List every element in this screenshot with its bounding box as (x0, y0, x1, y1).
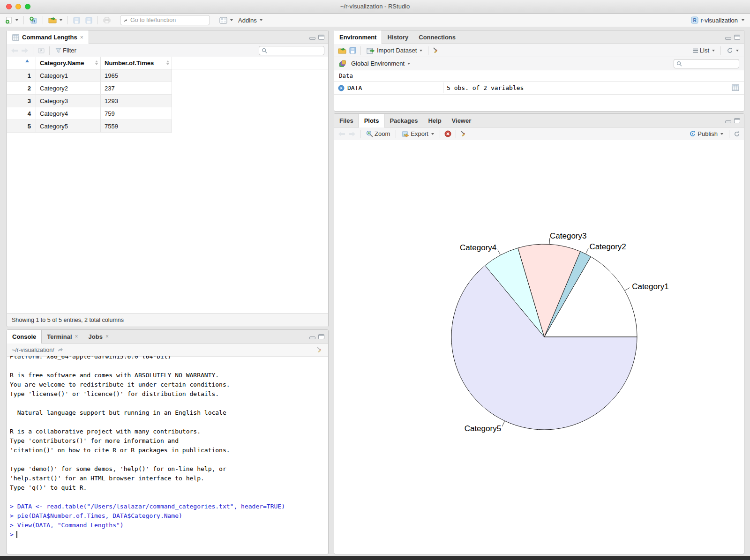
environment-search-input[interactable] (684, 60, 736, 67)
console-output[interactable]: Platform: x86_64-apple-darwin15.6.0 (64-… (7, 356, 328, 553)
tab-label: Viewer (452, 117, 472, 124)
environment-scope-selector[interactable]: Global Environment (350, 59, 412, 68)
tab-files[interactable]: Files (334, 114, 359, 127)
tab-label: Console (12, 333, 36, 340)
tab-jobs[interactable]: Jobs × (83, 330, 114, 343)
toolbar-separator (23, 16, 24, 24)
new-document-icon (5, 16, 13, 24)
publish-button[interactable]: Publish (688, 129, 725, 138)
column-header-number-of-times[interactable]: Number.of.Times (101, 57, 172, 69)
project-selector[interactable]: R r-visualization (691, 16, 746, 24)
clear-environment-broom-icon[interactable] (433, 47, 440, 54)
print-button[interactable] (102, 16, 112, 24)
next-plot-icon[interactable] (348, 131, 356, 137)
filter-button[interactable]: Filter (54, 46, 78, 55)
environment-search-box[interactable] (674, 59, 739, 68)
list-view-button[interactable]: List (691, 46, 716, 55)
forward-icon[interactable] (21, 48, 29, 53)
refresh-plot-icon[interactable] (734, 131, 740, 137)
popout-window-icon[interactable] (38, 47, 45, 53)
export-label: Export (411, 130, 428, 137)
minimize-pane-icon[interactable] (309, 336, 315, 339)
maximize-pane-icon[interactable] (734, 35, 740, 40)
save-button[interactable] (72, 16, 82, 25)
tab-help[interactable]: Help (423, 114, 446, 127)
previous-plot-icon[interactable] (338, 131, 345, 137)
goto-file-box[interactable] (120, 15, 210, 25)
data-table-icon (12, 34, 19, 41)
environment-pane: Environment History Connections Import D… (334, 30, 744, 112)
sort-icon (95, 60, 98, 65)
pie-slice-label: Category5 (465, 424, 501, 433)
new-project-button[interactable]: R (28, 15, 39, 25)
table-row: 2Category2237 (7, 82, 172, 95)
viewer-search-input[interactable] (269, 47, 322, 54)
filter-label: Filter (63, 47, 76, 54)
save-all-button[interactable] (84, 16, 94, 25)
remove-plot-icon[interactable] (444, 130, 451, 137)
close-icon[interactable]: × (105, 333, 109, 340)
console-output-line: Platform: x86_64-apple-darwin15.6.0 (64-… (10, 356, 326, 361)
open-file-button[interactable] (47, 16, 64, 24)
toolbar-separator (396, 130, 396, 138)
environment-object-row[interactable]: DATA 5 obs. of 2 variables (334, 82, 744, 95)
toolbar-separator (68, 16, 68, 24)
table-cell: Category5 (36, 120, 101, 132)
row-number-header[interactable] (7, 57, 36, 69)
pane-layout-button[interactable] (218, 16, 234, 25)
tab-history[interactable]: History (382, 30, 413, 44)
publish-icon (689, 130, 696, 137)
r-project-icon: R (691, 16, 698, 24)
console-prompt-line: > (10, 530, 326, 539)
minimize-pane-icon[interactable] (309, 37, 315, 40)
table-row: 5Category57559 (7, 120, 172, 133)
maximize-pane-icon[interactable] (318, 334, 324, 339)
clear-plots-broom-icon[interactable] (460, 130, 467, 137)
new-file-button[interactable] (4, 15, 20, 25)
import-dataset-button[interactable]: Import Dataset (365, 46, 424, 55)
refresh-environment-button[interactable] (725, 46, 740, 55)
maximize-pane-icon[interactable] (734, 118, 740, 123)
minimize-pane-icon[interactable] (725, 37, 731, 40)
plot-canvas: Category1Category2Category3Category4Cate… (334, 140, 744, 553)
minimize-pane-icon[interactable] (725, 120, 731, 123)
addins-button[interactable]: Addins (237, 16, 264, 25)
console-output-line: Type 'contributors()' for more informati… (10, 436, 326, 446)
viewer-search-box[interactable] (259, 46, 324, 55)
data-viewer-pane: Command Lengths × Filter (7, 30, 329, 327)
tab-terminal[interactable]: Terminal × (42, 330, 83, 343)
column-header-category-name[interactable]: Category.Name (36, 57, 101, 69)
zoom-plot-button[interactable]: Zoom (365, 129, 391, 138)
clear-console-broom-icon[interactable] (316, 346, 323, 353)
environment-section-header: Data (334, 70, 744, 82)
scope-label: Global Environment (351, 60, 405, 67)
publish-label: Publish (698, 130, 718, 137)
tab-plots[interactable]: Plots (359, 114, 385, 127)
plots-tabstrip: Files Plots Packages Help Viewer (334, 114, 744, 127)
export-plot-button[interactable]: Export (400, 129, 435, 138)
load-workspace-icon[interactable] (338, 47, 346, 54)
tab-connections[interactable]: Connections (413, 30, 461, 44)
svg-text:R: R (693, 18, 697, 23)
toolbar-separator (428, 46, 428, 55)
goto-directory-icon[interactable] (57, 347, 63, 352)
environment-toolbar: Import Dataset List (334, 44, 744, 57)
maximize-pane-icon[interactable] (318, 35, 324, 40)
save-workspace-icon[interactable] (349, 47, 356, 54)
console-path-bar: ~/r-visualization/ (7, 343, 328, 357)
expand-object-icon[interactable] (338, 85, 345, 91)
close-icon[interactable]: × (75, 333, 78, 340)
close-icon[interactable]: × (80, 34, 83, 41)
table-cell: 2 (7, 82, 36, 94)
tab-viewer[interactable]: Viewer (447, 114, 477, 127)
table-cell: Category2 (36, 82, 101, 94)
console-output-line: Type 'q()' to quit R. (10, 483, 326, 493)
console-output-line: R is free software and comes with ABSOLU… (10, 371, 326, 380)
goto-file-input[interactable] (129, 16, 207, 24)
back-icon[interactable] (11, 48, 18, 53)
tab-console[interactable]: Console (7, 330, 42, 343)
tab-environment[interactable]: Environment (334, 30, 382, 44)
tab-packages[interactable]: Packages (384, 114, 423, 127)
view-data-grid-icon[interactable] (732, 84, 739, 91)
tab-command-lengths[interactable]: Command Lengths × (7, 30, 89, 44)
